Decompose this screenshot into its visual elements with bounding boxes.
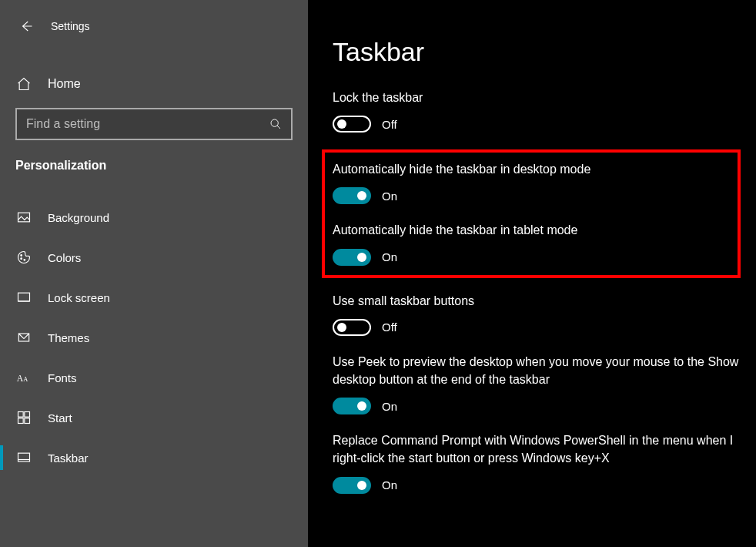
sidebar-item-taskbar[interactable]: Taskbar [0,438,308,478]
sidebar-item-fonts[interactable]: AA Fonts [0,357,308,398]
sidebar-item-label: Colors [48,251,81,264]
search-input[interactable] [26,117,269,131]
setting-label: Use small taskbar buttons [333,292,741,310]
home-icon [15,76,32,92]
toggle-powershell[interactable] [333,477,371,494]
toggle-state-label: On [382,190,397,203]
home-button[interactable]: Home [0,68,308,100]
search-icon [269,118,282,130]
themes-icon [15,329,32,346]
svg-point-3 [21,258,22,260]
setting-lock-taskbar: Lock the taskbar Off [333,89,741,133]
svg-rect-10 [25,412,30,418]
sidebar-item-colors[interactable]: Colors [0,237,308,277]
sidebar-item-label: Start [48,411,72,425]
home-label: Home [48,77,81,91]
setting-small-buttons: Use small taskbar buttons Off [333,292,741,336]
nav-list: Background Colors Lock screen Themes AA … [0,197,308,478]
sidebar-item-label: Themes [48,331,89,344]
toggle-state-label: On [382,478,397,492]
taskbar-icon [15,449,32,466]
section-label: Personalization [0,151,308,183]
svg-point-0 [271,119,278,126]
sidebar: Settings Home Personalization Background… [0,0,308,547]
arrow-left-icon [19,19,33,33]
sidebar-item-start[interactable]: Start [0,398,308,438]
fonts-icon: AA [15,369,32,386]
setting-peek: Use Peek to preview the desktop when you… [333,353,741,414]
setting-label: Replace Command Prompt with Windows Powe… [333,431,741,467]
toggle-state-label: On [382,400,397,413]
sidebar-item-label: Fonts [48,371,77,384]
search-box[interactable] [15,108,293,140]
setting-label: Lock the taskbar [333,89,741,106]
svg-rect-13 [18,453,30,461]
svg-rect-9 [18,412,24,418]
svg-text:A: A [23,376,28,383]
sidebar-item-themes[interactable]: Themes [0,317,308,357]
sidebar-item-label: Background [48,211,109,224]
toggle-auto-hide-tablet[interactable] [333,249,371,266]
sidebar-item-lock-screen[interactable]: Lock screen [0,277,308,317]
svg-point-2 [21,255,22,257]
highlight-annotation: Automatically hide the taskbar in deskto… [322,149,741,277]
setting-auto-hide-desktop: Automatically hide the taskbar in deskto… [333,160,733,204]
app-title: Settings [51,20,90,32]
svg-rect-12 [25,418,30,424]
start-icon [15,409,32,426]
toggle-small-buttons[interactable] [333,319,371,336]
svg-rect-1 [18,213,30,222]
toggle-auto-hide-desktop[interactable] [333,187,371,204]
svg-rect-11 [18,418,24,424]
setting-powershell: Replace Command Prompt with Windows Powe… [333,431,741,493]
sidebar-item-label: Lock screen [48,291,110,304]
svg-rect-5 [18,293,30,301]
toggle-peek[interactable] [333,398,371,414]
picture-icon [15,209,32,226]
titlebar: Settings [0,6,308,52]
svg-point-4 [24,260,25,261]
toggle-lock-taskbar[interactable] [333,116,371,133]
setting-label: Use Peek to preview the desktop when you… [333,353,741,388]
lockscreen-icon [15,289,32,306]
sidebar-item-label: Taskbar [48,451,89,465]
sidebar-item-background[interactable]: Background [0,197,308,237]
palette-icon [15,249,32,266]
back-button[interactable] [12,12,40,40]
toggle-state-label: On [382,250,397,263]
setting-label: Automatically hide the taskbar in deskto… [333,160,733,178]
toggle-state-label: Off [382,320,397,334]
page-title: Taskbar [333,37,741,67]
setting-auto-hide-tablet: Automatically hide the taskbar in tablet… [333,221,733,265]
toggle-state-label: Off [382,118,397,131]
content-area: Taskbar Lock the taskbar Off Automatical… [308,0,756,547]
setting-label: Automatically hide the taskbar in tablet… [333,221,733,239]
